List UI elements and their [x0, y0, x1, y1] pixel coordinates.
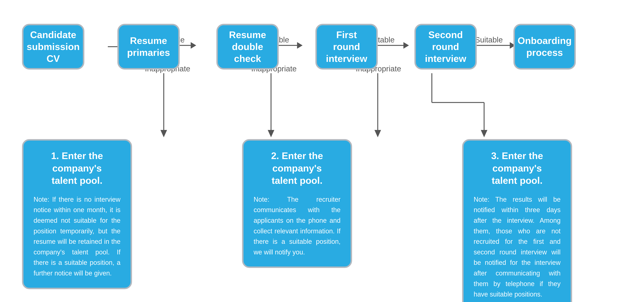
node-first-round: First round interview	[316, 24, 378, 70]
node-second-round: Second round interview	[414, 24, 477, 70]
talent-box-2-title: 2. Enter the company'stalent pool.	[254, 150, 340, 187]
node-second-round-line1: Second round	[423, 29, 468, 53]
node-resume-primaries: Resume primaries	[117, 24, 180, 70]
node-candidate-line1: Candidate	[27, 29, 80, 41]
node-resume-primaries-line2: primaries	[127, 47, 170, 59]
talent-box-1: 1. Enter the company'stalent pool. Note:…	[22, 139, 132, 289]
svg-marker-19	[268, 130, 274, 137]
node-first-round-line1: First round	[324, 29, 369, 53]
node-second-round-line2: interview	[423, 53, 468, 65]
svg-marker-26	[481, 130, 488, 137]
diagram-container: Suitable Suitable Suitable Suitable Inap…	[0, 0, 644, 302]
talent-box-2: 2. Enter the company'stalent pool. Note:…	[242, 139, 352, 268]
talent-box-1-title: 1. Enter the company'stalent pool.	[34, 150, 120, 187]
node-resume-double-line1: Resume	[225, 29, 270, 41]
node-candidate: Candidate submission CV	[22, 24, 84, 70]
node-onboarding: Onboarding process	[514, 24, 576, 70]
talent-box-3: 3. Enter the company'stalent pool. Note:…	[462, 139, 572, 302]
node-resume-double-line2: double check	[225, 41, 270, 65]
top-process-row: Candidate submission CV Resume primaries…	[22, 24, 576, 70]
node-onboarding-line1: Onboarding	[518, 35, 572, 47]
talent-box-3-title: 3. Enter the company'stalent pool.	[474, 150, 560, 187]
talent-box-3-note: Note: The results will be notified withi…	[474, 194, 560, 300]
node-resume-double: Resume double check	[216, 24, 279, 70]
bottom-row: 1. Enter the company'stalent pool. Note:…	[22, 139, 572, 302]
talent-box-1-note: Note: If there is no interview notice wi…	[34, 194, 120, 279]
node-resume-primaries-line1: Resume	[127, 35, 170, 47]
svg-marker-22	[374, 130, 381, 137]
talent-box-2-note: Note: The recruiter communicates with th…	[254, 194, 340, 258]
svg-marker-16	[160, 130, 167, 137]
node-first-round-line2: interview	[324, 53, 369, 65]
node-candidate-line2: submission CV	[27, 41, 80, 65]
node-onboarding-line2: process	[518, 47, 572, 59]
